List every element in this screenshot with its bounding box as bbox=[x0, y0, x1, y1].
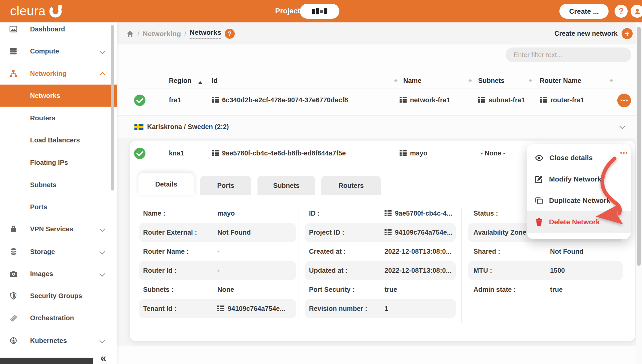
sidebar-item-load-balancers[interactable]: Load Balancers bbox=[0, 129, 117, 151]
sweden-flag-icon bbox=[134, 124, 143, 130]
chevron-up-icon bbox=[100, 72, 105, 78]
sort-icon[interactable] bbox=[528, 77, 533, 84]
cell-id[interactable]: 9ae5780f-cb4c-4e6d-b8fb-ed8f644a7f5e bbox=[212, 149, 346, 157]
storage-icon bbox=[8, 246, 19, 257]
tab-routers[interactable]: Routers bbox=[321, 176, 381, 195]
status-ok-icon bbox=[134, 148, 145, 159]
tab-ports[interactable]: Ports bbox=[200, 176, 251, 195]
group-label: Karlskrona / Sweden (2:2) bbox=[147, 123, 229, 131]
column-header-subnets[interactable]: Subnets bbox=[478, 77, 505, 85]
column-header-region[interactable]: Region bbox=[169, 77, 192, 85]
row-actions-button[interactable] bbox=[617, 94, 631, 107]
cell-name[interactable]: network-fra1 bbox=[400, 96, 450, 104]
tab-subnets[interactable]: Subnets bbox=[257, 176, 315, 195]
copy-icon bbox=[385, 210, 392, 216]
chevron-down-icon bbox=[100, 271, 105, 277]
region-group-header[interactable]: Karlskrona / Sweden (2:2) bbox=[117, 115, 642, 138]
row-actions-button-open[interactable] bbox=[617, 146, 631, 160]
project-label: Project bbox=[275, 7, 300, 15]
detail-row: Port Security :true bbox=[305, 280, 456, 299]
column-header-router-name[interactable]: Router Name bbox=[540, 77, 581, 85]
dashboard-icon bbox=[8, 24, 19, 34]
breadcrumb-networking[interactable]: Networking bbox=[143, 30, 181, 38]
breadcrumb-separator: / bbox=[184, 30, 186, 38]
chevron-down-icon[interactable] bbox=[620, 124, 625, 129]
tab-details[interactable]: Details bbox=[138, 173, 194, 195]
sidebar-item-security-groups[interactable]: Security Groups bbox=[0, 285, 117, 307]
sidebar-item-label: Networking bbox=[30, 70, 67, 78]
topbar: cleura Project Create ... ? bbox=[0, 0, 642, 22]
scrollbar-thumb[interactable] bbox=[637, 27, 641, 266]
detail-row: Name :mayo bbox=[139, 204, 296, 223]
chevron-down-icon bbox=[100, 249, 105, 255]
copy-icon bbox=[212, 150, 219, 156]
sidebar-item-images[interactable]: Images bbox=[0, 263, 117, 285]
sort-icon[interactable] bbox=[609, 77, 614, 84]
sidebar-item-networks[interactable]: Networks bbox=[0, 85, 117, 107]
user-icon[interactable] bbox=[631, 5, 642, 18]
home-icon[interactable] bbox=[126, 30, 134, 38]
project-name-redacted bbox=[312, 8, 327, 14]
sidebar-item-kubernetes[interactable]: Kubernetes bbox=[0, 330, 117, 352]
detail-row: Router External :Not Found bbox=[139, 223, 296, 242]
cleura-logo[interactable]: cleura bbox=[10, 4, 63, 18]
menu-item-close-details[interactable]: Close details bbox=[527, 147, 631, 168]
sidebar-item-subnets[interactable]: Subnets bbox=[0, 174, 117, 196]
detail-row: Shared :Not Found bbox=[468, 242, 623, 261]
menu-item-duplicate-network[interactable]: Duplicate Network bbox=[527, 190, 631, 211]
cell-id[interactable]: 6c340d2b-e2cf-478a-9074-37e6770decf8 bbox=[212, 96, 348, 104]
sidebar-item-label: Orchestration bbox=[30, 314, 74, 322]
kubernetes-icon bbox=[8, 335, 19, 346]
sidebar-item-compute[interactable]: Compute bbox=[0, 40, 117, 62]
menu-item-modify-network[interactable]: Modify Network bbox=[527, 168, 631, 190]
sidebar-item-storage[interactable]: Storage bbox=[0, 241, 117, 263]
sort-asc-icon[interactable] bbox=[198, 79, 203, 84]
cell-name[interactable]: mayo bbox=[400, 149, 427, 157]
sort-icon[interactable] bbox=[468, 77, 473, 84]
sidebar-item-ports[interactable]: Ports bbox=[0, 196, 117, 218]
sidebar-item-floating-ips[interactable]: Floating IPs bbox=[0, 151, 117, 173]
detail-row: ID :9ae5780f-cb4c-4... bbox=[305, 204, 456, 223]
logo-text: cleura bbox=[10, 4, 46, 18]
status-ok-icon bbox=[134, 95, 145, 106]
sidebar-item-vpn-services[interactable]: VPN Services bbox=[0, 218, 117, 240]
copy-icon bbox=[400, 150, 407, 156]
chevron-down-icon bbox=[100, 338, 105, 344]
sidebar-item-label: Images bbox=[30, 270, 53, 278]
menu-item-delete-network[interactable]: Delete Network bbox=[527, 211, 631, 233]
cell-router-name[interactable]: router-fra1 bbox=[540, 96, 584, 104]
plus-icon: + bbox=[622, 28, 633, 39]
sidebar-item-orchestration[interactable]: Orchestration bbox=[0, 307, 117, 329]
networking-icon bbox=[8, 68, 19, 79]
sidebar-scrollbar[interactable] bbox=[111, 25, 114, 191]
breadcrumb: / Networking / Networks ? bbox=[126, 28, 235, 39]
cell-region: fra1 bbox=[169, 96, 181, 104]
duplicate-icon bbox=[535, 196, 543, 205]
sidebar-item-networking[interactable]: Networking bbox=[0, 63, 117, 85]
shield-icon bbox=[8, 290, 19, 301]
logo-mark-icon bbox=[48, 4, 63, 18]
help-icon[interactable]: ? bbox=[615, 5, 628, 18]
create-button[interactable]: Create ... bbox=[559, 4, 609, 19]
scrollbar-track[interactable] bbox=[636, 22, 642, 364]
column-header-name[interactable]: Name bbox=[403, 77, 421, 85]
copy-icon bbox=[478, 97, 485, 103]
column-divider bbox=[461, 208, 462, 323]
row-context-menu: Close details Modify Network Duplicate N… bbox=[527, 144, 631, 239]
sidebar-collapse-button[interactable]: « bbox=[100, 352, 106, 364]
table-row[interactable]: kna1 e0c4ce17-2722-4777-8140-d6c87479e19… bbox=[117, 346, 642, 364]
sort-icon[interactable] bbox=[394, 77, 399, 84]
detail-row: Admin state :true bbox=[468, 280, 623, 299]
create-new-network-button[interactable]: Create new network + bbox=[554, 28, 633, 39]
cell-subnets[interactable]: subnet-fra1 bbox=[478, 96, 525, 104]
project-selector[interactable] bbox=[300, 4, 339, 19]
detail-row: Tenant Id :94109c764a754e... bbox=[139, 299, 296, 318]
breadcrumb-networks[interactable]: Networks bbox=[190, 28, 221, 39]
page-help-icon[interactable]: ? bbox=[225, 29, 235, 39]
orchestration-icon bbox=[8, 313, 19, 323]
column-header-id[interactable]: Id bbox=[212, 77, 218, 85]
sidebar-item-routers[interactable]: Routers bbox=[0, 107, 117, 129]
filter-input[interactable] bbox=[506, 47, 631, 62]
detail-row: Updated at :2022-12-08T13:08:0... bbox=[305, 261, 456, 280]
breadcrumb-bar: / Networking / Networks ? Create new net… bbox=[117, 22, 642, 44]
